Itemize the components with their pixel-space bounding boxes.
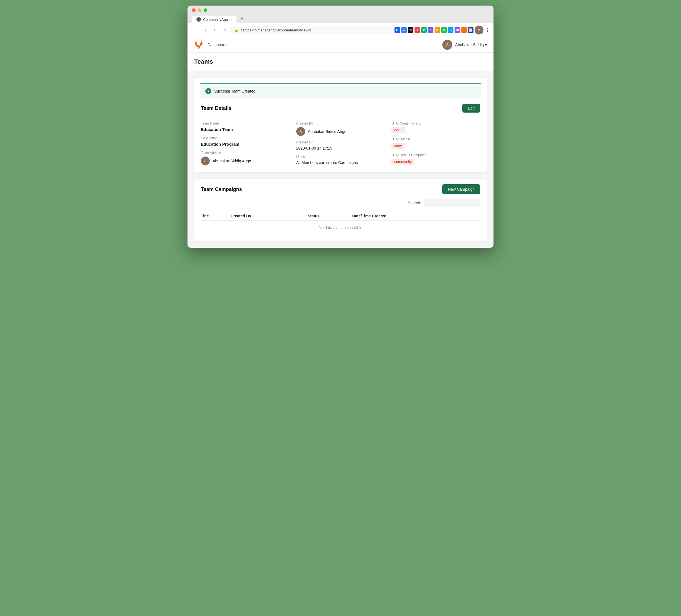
team-admins-group: Team Admins A Abubakar Siddiq Ango (201, 151, 289, 165)
new-campaign-button[interactable]: New Campaign (442, 184, 480, 194)
utm-content-prefix-badge: edu_ (392, 127, 405, 133)
app-logo-area: Dashboard (194, 40, 227, 49)
success-close-button[interactable]: × (473, 89, 476, 94)
col-created-by: Created By (231, 212, 308, 221)
team-admin-name: Abubakar Siddiq Ango (212, 159, 251, 163)
ext-icon-2[interactable]: ▲ (401, 27, 407, 33)
created-by-label: Created By (296, 122, 385, 125)
tab-favicon (196, 17, 201, 22)
description-group: Description Education Program (201, 136, 289, 146)
success-message: Success! Team Created (214, 89, 255, 93)
team-details-title: Team Details (201, 105, 231, 111)
ext-icon-11[interactable]: ☰ (461, 27, 467, 33)
campaigns-table-body: No data available in table (201, 221, 480, 234)
utm-content-prefix-label: UTM Content Prefix (392, 122, 480, 125)
home-button[interactable]: ⌂ (221, 26, 229, 34)
page-body: ℹ Success! Team Created × Team Details E… (187, 71, 494, 248)
maximize-traffic-light[interactable] (204, 8, 207, 12)
team-name-label: Team Name (201, 122, 289, 125)
created-on-label: Created On (296, 140, 385, 144)
utm-content-prefix-group: UTM Content Prefix edu_ (392, 122, 480, 133)
utm-budget-label: UTM Budget (392, 137, 480, 141)
campaigns-table-wrapper: Title Created By Status Date/Time Create… (194, 212, 487, 241)
team-details-grid: Team Name Education Team Description Edu… (194, 117, 487, 172)
page-header: Teams (187, 53, 494, 71)
campaigns-header: Team Campaigns New Campaign (194, 179, 487, 199)
created-on-value: 2023-01-09 14:17:19 (296, 146, 385, 151)
success-banner-content: ℹ Success! Team Created (205, 88, 255, 94)
created-by-user: A Abubakar Siddiq Ango (296, 127, 385, 136)
tab-close-button[interactable]: × (230, 18, 232, 21)
user-avatar: A (442, 40, 452, 50)
team-details-header: Team Details Edit (194, 98, 487, 117)
user-menu[interactable]: A Abubakar Siddiq ▾ (442, 40, 487, 50)
ext-icon-6[interactable]: ≡ (428, 27, 433, 33)
created-by-name: Abubakar Siddiq Ango (308, 129, 347, 134)
utm-default-campaign-badge: community (392, 159, 414, 165)
team-campaigns-card: Team Campaigns New Campaign Search: Titl… (194, 179, 487, 241)
browser-window: CommunityApp × + ← → ↻ ⌂ 🔒 campaign-mana… (187, 5, 494, 248)
ext-icon-3[interactable]: N (408, 27, 413, 33)
team-details-col3: UTM Content Prefix edu_ UTM Budget cmty (392, 122, 480, 165)
created-by-group: Created By A Abubakar Siddiq Ango (296, 122, 385, 136)
campaigns-section-title: Team Campaigns (201, 187, 242, 192)
forward-button[interactable]: → (201, 26, 209, 34)
user-name-display: Abubakar Siddiq ▾ (455, 43, 487, 47)
col-title: Title (201, 212, 231, 221)
page-title: Teams (194, 58, 487, 65)
browser-tabs: CommunityApp × + (192, 14, 489, 23)
utm-default-campaign-label: UTM Default Campaign (392, 153, 480, 157)
ext-icon-5[interactable]: P (421, 27, 427, 33)
dashboard-nav-link[interactable]: Dashboard (207, 43, 227, 47)
active-browser-tab[interactable]: CommunityApp × (192, 16, 236, 23)
success-info-icon: ℹ (205, 88, 211, 94)
user-avatar-toolbar[interactable]: A (475, 26, 483, 34)
gitlab-logo-icon (194, 40, 203, 49)
limits-group: Limits All Members can create Campaigns (296, 155, 385, 165)
more-options-icon[interactable]: ⋮ (485, 27, 490, 33)
search-label: Search: (408, 201, 421, 205)
team-details-card: ℹ Success! Team Created × Team Details E… (194, 78, 487, 172)
ext-icon-9[interactable]: S (448, 27, 453, 33)
utm-default-campaign-group: UTM Default Campaign community (392, 153, 480, 165)
address-bar[interactable]: 🔒 campaign-manager.gitlab.com/teams/view… (231, 26, 392, 34)
minimize-traffic-light[interactable] (198, 8, 201, 12)
refresh-button[interactable]: ↻ (211, 26, 219, 34)
campaigns-table: Title Created By Status Date/Time Create… (201, 212, 480, 234)
created-on-group: Created On 2023-01-09 14:17:19 (296, 140, 385, 151)
search-input[interactable] (425, 199, 480, 207)
close-traffic-light[interactable] (192, 8, 196, 12)
bitwarden-icon[interactable]: B (395, 27, 400, 33)
campaigns-search-row: Search: (194, 199, 487, 212)
ext-icon-10[interactable]: ✱ (455, 27, 460, 33)
created-by-avatar: A (296, 127, 305, 136)
url-text: campaign-manager.gitlab.com/teams/view/9 (241, 28, 311, 32)
success-banner: ℹ Success! Team Created × (200, 83, 481, 98)
no-data-row: No data available in table (201, 221, 480, 234)
traffic-lights (192, 8, 489, 12)
ext-icon-4[interactable]: T (414, 27, 420, 33)
new-tab-button[interactable]: + (237, 14, 246, 23)
limits-label: Limits (296, 155, 385, 159)
back-button[interactable]: ← (191, 26, 199, 34)
tab-title: CommunityApp (203, 18, 228, 22)
lock-icon: 🔒 (234, 28, 238, 32)
limits-value: All Members can create Campaigns (296, 160, 385, 165)
utm-budget-badge: cmty (392, 143, 404, 149)
app-content: Dashboard A Abubakar Siddiq ▾ Teams ℹ Su… (187, 37, 494, 248)
ext-icon-8[interactable]: $ (441, 27, 447, 33)
col-datetime-created: Date/Time Created (352, 212, 480, 221)
team-name-value: Education Team (201, 127, 289, 132)
team-details-col2: Created By A Abubakar Siddiq Ango Create… (296, 122, 385, 165)
campaigns-table-head: Title Created By Status Date/Time Create… (201, 212, 480, 221)
ext-icon-7[interactable]: ⚙ (434, 27, 440, 33)
edit-team-button[interactable]: Edit (462, 104, 480, 113)
team-admin-user: A Abubakar Siddiq Ango (201, 157, 289, 165)
ext-icon-12[interactable]: ⬜ (468, 27, 474, 33)
app-header: Dashboard A Abubakar Siddiq ▾ (187, 37, 494, 53)
team-name-group: Team Name Education Team (201, 122, 289, 132)
campaigns-table-header-row: Title Created By Status Date/Time Create… (201, 212, 480, 221)
team-admin-avatar: A (201, 157, 210, 165)
browser-extensions: B ▲ N T P ≡ ⚙ $ S ✱ ☰ ⬜ A ⋮ (395, 26, 490, 34)
browser-titlebar: CommunityApp × + (187, 5, 494, 23)
